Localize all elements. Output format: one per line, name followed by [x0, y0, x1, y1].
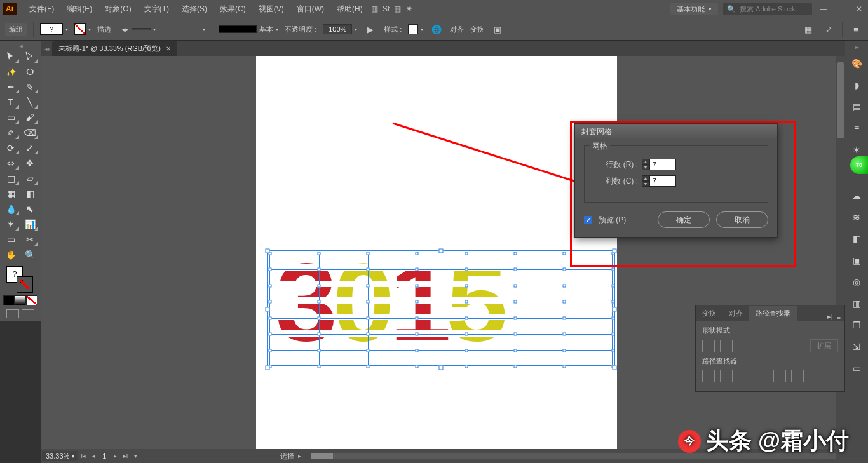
artboard-nav-menu[interactable]: ▾ — [130, 451, 140, 461]
perspective-tool[interactable]: ▱ — [20, 171, 39, 186]
magic-wand-tool[interactable]: ✨ — [1, 64, 20, 79]
transparency-panel-icon[interactable]: ▣ — [848, 252, 865, 269]
ok-button[interactable]: 确定 — [658, 211, 710, 228]
cols-step-down[interactable]: ▼ — [642, 181, 649, 187]
menu-edit[interactable]: 编辑(E) — [60, 4, 98, 15]
color-mode-none[interactable] — [26, 295, 37, 305]
scale-tool[interactable]: ⤢ — [20, 140, 39, 156]
menu-help[interactable]: 帮助(H) — [330, 4, 369, 15]
recolor-art-icon[interactable]: 🌐 — [430, 22, 444, 36]
graphic-styles-panel-icon[interactable]: ▥ — [848, 295, 865, 312]
panel-menu-icon[interactable]: ≡ — [849, 22, 863, 36]
dock-grip[interactable]: ▸▸ — [855, 44, 858, 50]
free-transform-tool[interactable]: ✥ — [20, 156, 39, 171]
menu-view[interactable]: 视图(V) — [252, 4, 290, 15]
menu-type[interactable]: 文字(T) — [138, 4, 175, 15]
selection-tool[interactable] — [1, 49, 20, 64]
brushes-panel-icon[interactable]: ≡ — [848, 120, 865, 137]
eraser-tool[interactable]: ⌫ — [20, 125, 39, 140]
hand-tool[interactable]: ✋ — [1, 247, 20, 262]
stroke-panel-icon[interactable]: ≋ — [848, 209, 865, 225]
preview-checkbox[interactable]: ✓ — [584, 216, 592, 224]
panel-tab-align[interactable]: 对齐 — [722, 306, 749, 321]
panel-menu-icon[interactable]: ≡ — [837, 313, 841, 321]
status-menu-icon[interactable]: ▸ — [294, 451, 304, 461]
tab-drag-handle[interactable]: ◂◂ — [44, 46, 52, 56]
search-stock-field[interactable]: 🔍 搜索 Adobe Stock — [723, 3, 812, 15]
gradient-panel-icon[interactable]: ◧ — [848, 231, 865, 247]
screen-mode-normal[interactable] — [6, 309, 19, 318]
color-mode-gradient[interactable] — [15, 295, 26, 305]
last-artboard-button[interactable]: ▸I — [120, 451, 130, 461]
menu-select[interactable]: 选择(S) — [175, 4, 214, 15]
cancel-button[interactable]: 取消 — [716, 211, 768, 228]
arrange-icon[interactable]: ▦ — [392, 3, 403, 15]
rectangle-tool[interactable]: ▭ — [1, 110, 20, 125]
workspace-switcher[interactable]: 基本功能 — [670, 3, 718, 15]
cc-libraries-icon[interactable]: ☁ — [848, 187, 865, 204]
color-guide-panel-icon[interactable]: ◗ — [848, 77, 865, 93]
fill-swatch-dropdown[interactable]: ▾ — [40, 23, 68, 35]
graphic-style-dropdown[interactable]: ▾ — [408, 24, 423, 34]
eyedropper-tool[interactable]: 💧 — [1, 201, 20, 217]
appearance-panel-icon[interactable]: ◎ — [848, 274, 865, 290]
type-tool[interactable]: T — [1, 95, 20, 110]
lasso-tool[interactable]: ⵔ — [20, 64, 39, 79]
document-tab[interactable]: 未标题-1* @ 33.33% (RGB/预览) ✕ — [52, 41, 177, 56]
artboards-panel-icon[interactable]: ▭ — [848, 360, 865, 377]
menu-window[interactable]: 窗口(W) — [290, 4, 330, 15]
vertical-scroll-thumb[interactable] — [837, 62, 844, 138]
window-minimize-button[interactable]: — — [817, 4, 830, 13]
gradient-tool[interactable]: ◧ — [20, 186, 39, 201]
direct-selection-tool[interactable] — [20, 49, 39, 64]
divide-icon[interactable] — [702, 370, 715, 382]
stock-icon[interactable]: St — [381, 3, 392, 15]
mesh-tool[interactable]: ▦ — [1, 186, 20, 201]
next-artboard-button[interactable]: ▸ — [110, 451, 120, 461]
opacity-field[interactable]: 100%▾ — [323, 24, 357, 34]
crop-icon[interactable] — [756, 370, 768, 382]
curvature-tool[interactable]: ✎ — [20, 79, 39, 95]
color-panel-icon[interactable]: 🎨 — [848, 55, 865, 72]
rows-stepper[interactable]: ▲▼ — [642, 159, 676, 170]
graph-tool[interactable]: 📊 — [20, 217, 39, 232]
panel-tab-transform[interactable]: 变换 — [696, 306, 722, 321]
cols-stepper[interactable]: ▲▼ — [642, 175, 676, 187]
brush-profile-dropdown[interactable]: 基本 ▾ — [219, 25, 278, 34]
stroke-weight-stepper[interactable]: ◂▸▾ — [121, 25, 156, 34]
rotate-tool[interactable]: ⟳ — [1, 140, 20, 156]
width-tool[interactable]: ⇔ — [1, 156, 20, 171]
align-link[interactable]: 对齐 — [450, 25, 464, 34]
slice-tool[interactable]: ✂ — [20, 232, 39, 247]
layers-panel-icon[interactable]: ❐ — [848, 317, 865, 333]
merge-icon[interactable] — [738, 370, 750, 382]
transform-link[interactable]: 变换 — [470, 25, 484, 34]
unite-icon[interactable] — [702, 340, 715, 352]
notification-badge[interactable]: 70 — [850, 156, 868, 174]
artboard-tool[interactable]: ▭ — [1, 232, 20, 247]
transform-panel-icon[interactable]: ⤢ — [822, 22, 836, 36]
minus-front-icon[interactable] — [720, 340, 733, 352]
pen-tool[interactable]: ✒ — [1, 79, 20, 95]
artboard-number[interactable]: 1 — [98, 452, 110, 460]
dialog-titlebar[interactable]: 封套网格 — [575, 124, 777, 139]
menu-object[interactable]: 对象(O) — [98, 4, 137, 15]
outline-icon[interactable] — [773, 370, 786, 382]
tools-drag-handle[interactable]: ◂◂ — [1, 43, 39, 49]
stroke-swatch-dropdown[interactable]: ▾ — [74, 23, 91, 35]
trim-icon[interactable] — [720, 370, 733, 382]
exclude-icon[interactable] — [756, 340, 768, 352]
stroke-indicator[interactable] — [17, 276, 33, 293]
cols-step-up[interactable]: ▲ — [642, 175, 649, 181]
panel-collapse-icon[interactable]: ▸| — [827, 312, 833, 321]
var-width-dropdown[interactable]: —▾ — [162, 25, 205, 33]
zoom-tool[interactable]: 🔍 — [20, 247, 39, 262]
zoom-level-dropdown[interactable]: 33.33% — [42, 451, 78, 461]
prev-artboard-button[interactable]: ◂ — [88, 451, 98, 461]
paintbrush-tool[interactable]: 🖌 — [20, 110, 39, 125]
tab-close-icon[interactable]: ✕ — [166, 45, 171, 52]
menu-effect[interactable]: 效果(C) — [214, 4, 252, 15]
panel-tab-pathfinder[interactable]: 路径查找器 — [749, 306, 797, 321]
canvas-area[interactable]: 3015 — [41, 56, 845, 463]
rows-input[interactable] — [649, 159, 676, 170]
